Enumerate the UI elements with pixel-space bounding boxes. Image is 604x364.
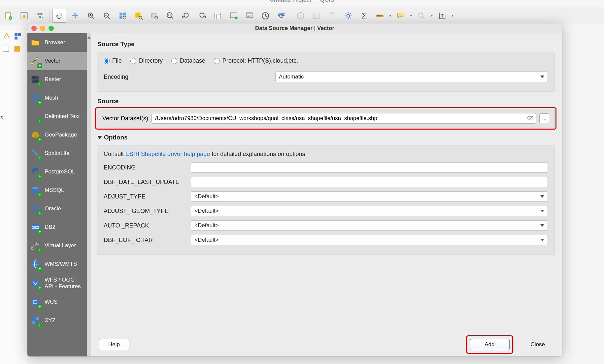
zoom-next-icon[interactable]: [195, 9, 209, 23]
svg-point-4: [37, 13, 40, 15]
sidebar-item-mesh[interactable]: Mesh: [27, 89, 87, 107]
option-select[interactable]: <Default>: [191, 235, 548, 245]
option-input[interactable]: [191, 162, 548, 173]
sidebar-item-oracle[interactable]: Oracle: [27, 199, 87, 218]
radio-database[interactable]: Database: [171, 57, 205, 64]
zoom-last-icon[interactable]: [179, 9, 193, 23]
disclosure-triangle-icon[interactable]: [97, 136, 102, 139]
show-bookmarks-icon[interactable]: [243, 9, 256, 23]
sidebar-item-geopackage[interactable]: GeoPackage: [27, 126, 87, 144]
raster-icon: [29, 74, 41, 85]
svg-line-9: [92, 17, 94, 18]
vector-icon: [29, 55, 41, 67]
attributes-table-icon[interactable]: [310, 9, 323, 23]
sidebar-scroll-up[interactable]: [87, 33, 91, 356]
sidebar-item-xyz[interactable]: XYZ: [27, 311, 87, 330]
svg-line-13: [108, 17, 110, 18]
measure-dropdown-icon[interactable]: ▼: [389, 14, 392, 17]
sidebar-item-delimited-text[interactable]: , Delimited Text: [27, 107, 87, 126]
caret-down-icon: [540, 76, 544, 78]
sidebar-item-vector[interactable]: Vector: [27, 52, 87, 70]
encoding-select[interactable]: Automatic: [275, 72, 548, 82]
svg-rect-17: [119, 16, 122, 19]
new-geopackage-icon[interactable]: [13, 44, 22, 53]
window-zoom-icon[interactable]: [49, 26, 54, 31]
add-button[interactable]: Add: [470, 339, 509, 350]
add-vector-icon[interactable]: [2, 32, 11, 41]
zoom-out-icon[interactable]: [100, 9, 114, 23]
radio-file[interactable]: File: [104, 57, 122, 64]
sidebar-item-wfs[interactable]: WFS / OGC API - Features: [27, 273, 87, 293]
sidebar-item-browser[interactable]: Browser: [27, 33, 87, 52]
zoom-full-icon[interactable]: [116, 9, 130, 23]
svg-rect-55: [3, 46, 9, 51]
map-tips-dropdown-icon[interactable]: ▼: [410, 14, 413, 17]
caret-down-icon: [540, 210, 544, 212]
zoom-native-icon[interactable]: 1:1: [163, 9, 177, 23]
text-annotation-icon[interactable]: T: [435, 9, 449, 23]
sidebar-item-spatialite[interactable]: SpatiaLite: [27, 144, 87, 163]
sidebar-item-label: PostgreSQL: [45, 168, 84, 175]
radio-protocol[interactable]: Protocol: HTTP(S),cloud,etc.: [214, 57, 298, 64]
help-button[interactable]: Help: [99, 339, 129, 350]
statistics-icon[interactable]: Σ: [357, 9, 371, 23]
window-minimize-icon[interactable]: [40, 26, 45, 31]
pan-to-selection-icon[interactable]: [68, 9, 82, 23]
zoom-layer-icon[interactable]: [148, 9, 161, 23]
temporal-controller-icon[interactable]: [258, 9, 272, 23]
sidebar-item-postgresql[interactable]: PostgreSQL: [27, 163, 87, 181]
select-dropdown-icon[interactable]: ▼: [430, 14, 433, 17]
svg-rect-62: [35, 79, 39, 83]
radio-directory-input[interactable]: [130, 58, 136, 64]
svg-point-6: [39, 16, 41, 18]
add-raster-icon[interactable]: [13, 32, 22, 41]
sidebar-item-wcs[interactable]: WCS: [27, 293, 87, 311]
select-features-icon[interactable]: [415, 9, 428, 23]
sidebar-item-mssql[interactable]: MSSQL: [27, 181, 87, 199]
option-select-value: <Default>: [194, 237, 219, 243]
window-close-icon[interactable]: [31, 26, 37, 31]
option-input[interactable]: [191, 177, 548, 187]
svg-text:,: ,: [34, 111, 37, 121]
sidebar-item-virtual-layer[interactable]: Virtual Layer: [27, 236, 87, 255]
new-map-view-icon[interactable]: [211, 9, 225, 23]
close-button[interactable]: Close: [521, 339, 554, 350]
radio-protocol-input[interactable]: [214, 58, 220, 64]
clear-path-icon[interactable]: ⌫: [527, 115, 533, 122]
radio-directory[interactable]: Directory: [130, 57, 163, 64]
svg-rect-61: [32, 79, 35, 83]
measure-icon[interactable]: [373, 9, 387, 23]
sidebar-item-db2[interactable]: DB2 DB2: [27, 218, 87, 236]
map-tips-icon[interactable]: [394, 9, 408, 23]
annotation-dropdown-icon[interactable]: ▼: [451, 14, 454, 17]
zoom-selection-icon[interactable]: [132, 9, 146, 23]
identify-icon[interactable]: i: [294, 9, 308, 23]
layer-styling-icon[interactable]: [17, 9, 31, 23]
option-row: ADJUST_ GEOM_TYPE<Default>: [104, 206, 548, 216]
option-select[interactable]: <Default>: [191, 191, 548, 202]
driver-help-link[interactable]: ESRI Shapefile driver help page: [125, 151, 210, 157]
svg-text:+: +: [10, 16, 11, 19]
xyz-icon: [29, 315, 41, 326]
svg-rect-60: [35, 76, 39, 79]
refresh-icon[interactable]: [274, 9, 288, 23]
sidebar-item-raster[interactable]: Raster: [27, 70, 87, 89]
radio-file-input[interactable]: [104, 58, 110, 64]
option-select[interactable]: <Default>: [191, 220, 548, 231]
option-select[interactable]: <Default>: [191, 206, 548, 216]
radio-database-input[interactable]: [171, 58, 177, 64]
geopackage-icon: [29, 129, 41, 141]
pan-icon[interactable]: [52, 9, 66, 23]
sidebar-item-wms[interactable]: WMS/WMTS: [27, 255, 87, 273]
zoom-in-icon[interactable]: [84, 9, 98, 23]
new-project-icon[interactable]: +: [1, 9, 15, 23]
vector-dataset-input[interactable]: [151, 113, 536, 124]
options-heading[interactable]: Options: [97, 134, 555, 141]
new-shapefile-icon[interactable]: [1, 44, 11, 53]
style-manager-icon[interactable]: a: [33, 9, 47, 23]
field-calculator-icon[interactable]: [325, 9, 339, 23]
processing-toolbox-icon[interactable]: [341, 9, 355, 23]
new-bookmark-icon[interactable]: [227, 9, 241, 23]
browse-button[interactable]: …: [539, 113, 549, 123]
caret-down-icon: [540, 195, 544, 198]
